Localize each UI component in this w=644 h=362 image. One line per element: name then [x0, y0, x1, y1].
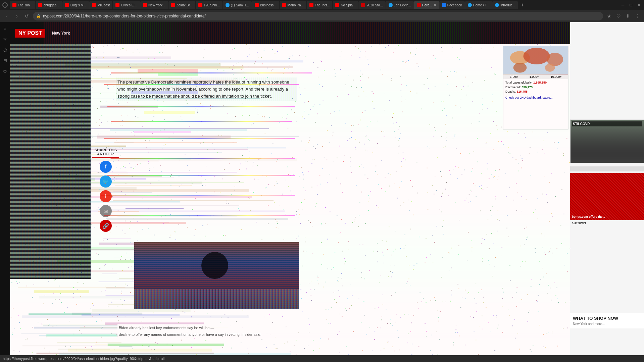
refresh-button[interactable]: ↺	[23, 12, 31, 20]
back-button[interactable]: ‹	[3, 12, 11, 20]
glitch-bar-9	[104, 215, 295, 216]
tab-favicon-youtube	[255, 3, 259, 7]
tab-label: Jon Levin...	[394, 3, 411, 7]
tab-label: Introduc...	[500, 3, 515, 7]
status-bar: https://thenypost.files.wordpress.com/20…	[0, 355, 644, 362]
tab-label: Business...	[260, 3, 277, 7]
covid-dashboard-link[interactable]: Check out JHU dashboard: saeru...	[505, 96, 566, 100]
ad-divider	[570, 166, 644, 171]
tab-2020sta[interactable]: 2020 Sta...	[358, 1, 385, 9]
minimize-button[interactable]: ─	[620, 2, 626, 8]
left-glitch-block	[10, 44, 91, 279]
tab-jonlevin[interactable]: Jon Levin...	[386, 1, 414, 9]
facebook-share-button[interactable]: f	[100, 161, 112, 173]
restore-button[interactable]: □	[628, 2, 634, 8]
menu-icon[interactable]: ⋮	[633, 12, 641, 20]
sidebar-collections-icon[interactable]: ⊞	[2, 57, 8, 64]
tab-luigi[interactable]: Luigi's M...	[62, 1, 89, 9]
forward-button[interactable]: ›	[13, 12, 21, 20]
tab-label: Mario Pa...	[288, 3, 304, 7]
tab-label: No Spla...	[341, 3, 355, 7]
covid-map	[503, 46, 568, 74]
tab-business[interactable]: Business...	[252, 1, 279, 9]
article-body2: decline to offer any names of comment on…	[119, 332, 291, 337]
tab-label: 2020 Sta...	[366, 3, 383, 7]
tab-label: Zelda: Br...	[177, 3, 193, 7]
tab-120shin[interactable]: 120 Shin...	[196, 1, 222, 9]
covid-legend: 1-999 1,000+ 10,000+	[503, 74, 568, 79]
legend-1000: 1,000+	[530, 75, 539, 79]
svg-point-8	[545, 64, 555, 72]
tab-therun[interactable]: TheRun...	[10, 1, 35, 9]
tab-newyork[interactable]: New York...	[140, 1, 168, 9]
new-tab-button[interactable]: +	[518, 1, 526, 9]
tab-label: TheRun...	[18, 3, 33, 7]
deaths-label: Deaths: 116,458	[505, 90, 566, 94]
header-glitch-overlay	[44, 22, 644, 44]
tab-mario[interactable]: Mario Pa...	[280, 1, 306, 9]
tab-nosplash[interactable]: No Spla...	[333, 1, 358, 9]
tab-label: 120 Shin...	[204, 3, 220, 7]
sidebar-home-icon[interactable]: ⌂	[2, 25, 8, 32]
cases-label-text: Total cases globally:	[505, 81, 533, 84]
flipboard-share-button[interactable]: f	[100, 190, 112, 202]
glitch-artifact-2	[158, 73, 198, 76]
tab-favicon-youtube	[38, 3, 42, 7]
tab-zelda[interactable]: Zelda: Br...	[168, 1, 195, 9]
share-sidebar: SHARE THIS ARTICLE: f 🐦 f ✉ 🔗	[92, 148, 119, 232]
tab-favicon-twitter	[389, 3, 393, 7]
glitch-artifact-5	[134, 131, 191, 133]
article-intro-text: The presumptive Democratic nominee repor…	[117, 80, 289, 99]
legend-10000: 10,000+	[551, 75, 562, 79]
tab-favicon-youtube	[309, 3, 313, 7]
what-to-shop-title: WHAT TO SHOP NOW	[573, 316, 641, 321]
sidebar-bookmarks-icon[interactable]: ☆	[2, 36, 8, 42]
twitter-share-button[interactable]: 🐦	[100, 175, 112, 188]
what-to-shop-desc: New York and more...	[573, 322, 641, 326]
tab-chuggaa[interactable]: chuggaa...	[36, 1, 62, 9]
tab-label: The Incr...	[315, 3, 330, 7]
tab-here-active[interactable]: Here... ✕	[414, 1, 439, 9]
tab-label: CNN's El...	[121, 3, 137, 7]
article-container: SHARE THIS ARTICLE: f 🐦 f ✉ 🔗 The presum…	[10, 44, 570, 355]
tab-favicon-twitter	[468, 3, 472, 7]
download-icon[interactable]: ⬇	[624, 12, 632, 20]
bookmark-icon[interactable]: ★	[605, 12, 613, 20]
tab-favicon-youtube	[65, 3, 69, 7]
tab-label: Facebook	[447, 3, 462, 7]
heart-icon[interactable]: ♡	[614, 12, 623, 20]
tab-home-twitter[interactable]: Home / T...	[465, 1, 492, 9]
covid-stats: Total cases globally: 1,895,350 Recovere…	[503, 79, 568, 101]
svg-point-5	[523, 48, 550, 64]
site-logo: NY POST	[15, 29, 45, 38]
address-bar[interactable]: 🔒 nypost.com/2020/04/11/here-are-top-con…	[33, 12, 603, 20]
tab-incr[interactable]: The Incr...	[307, 1, 332, 9]
glitch-bar-7	[107, 175, 295, 176]
toolbar-actions: ★ ♡ ⬇ ⋮	[605, 12, 641, 20]
tab-favicon-youtube	[12, 3, 16, 7]
ad-block-1[interactable]: STILCOVR	[570, 119, 644, 163]
tab-cnn[interactable]: CNN's El...	[113, 1, 140, 9]
tab-favicon-youtube	[171, 3, 175, 7]
covid-tracker-widget: 1-999 1,000+ 10,000+ Total cases globall…	[503, 46, 568, 130]
browser-chrome: TheRun... chuggaa... Luigi's M... MrBeas…	[0, 0, 644, 22]
article-bottom-content: Biden already has lost key endorsements …	[117, 324, 292, 339]
recovered-label: Recovered: 359,973	[505, 85, 566, 90]
tab-favicon-twitter	[495, 3, 499, 7]
legend-1-999: 1-999	[510, 75, 518, 79]
tab-close-icon[interactable]: ✕	[434, 3, 436, 7]
ad-block-2[interactable]: bonus.com offers the... AUTOWIN	[570, 173, 644, 257]
tab-sam[interactable]: (1) Sam H...	[223, 1, 252, 9]
article-intro: The presumptive Democratic nominee repor…	[117, 77, 295, 101]
sidebar-settings-icon[interactable]: ⚙	[2, 68, 8, 74]
recovered-count: 359,973	[522, 86, 533, 89]
ad-red-text: bonus.com offers the...	[572, 215, 642, 218]
tab-mrbeast[interactable]: MrBeast	[89, 1, 112, 9]
close-button[interactable]: ✕	[636, 2, 642, 8]
status-url: https://thenypost.files.wordpress.com/20…	[3, 357, 164, 361]
secure-icon: 🔒	[36, 14, 41, 18]
copy-link-button[interactable]: 🔗	[100, 220, 112, 232]
sidebar-history-icon[interactable]: ◷	[2, 46, 8, 53]
tab-facebook[interactable]: Facebook	[439, 1, 465, 9]
tab-intro-twitter[interactable]: Introduc...	[492, 1, 518, 9]
